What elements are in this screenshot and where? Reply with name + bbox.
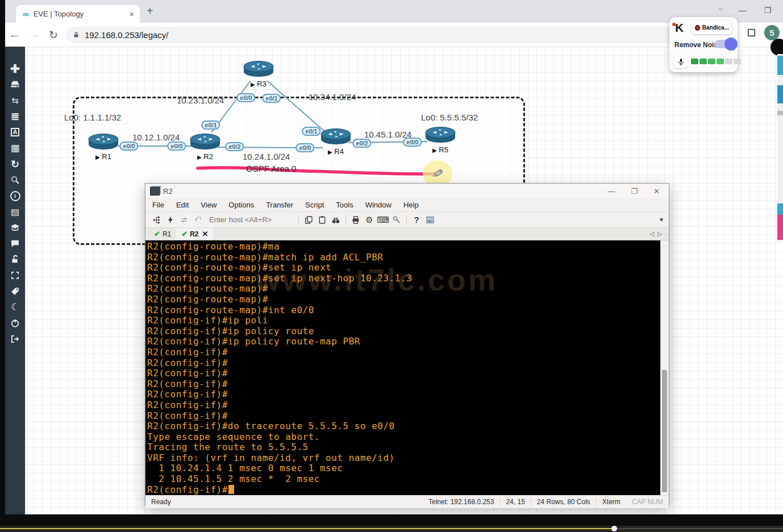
- session-tab-r2[interactable]: ✔R2✕: [176, 228, 213, 240]
- connected-check-icon: ✔: [154, 230, 160, 238]
- menu-options[interactable]: Options: [228, 201, 254, 209]
- reload-icon[interactable]: ↻: [49, 28, 58, 41]
- status-icon[interactable]: i: [9, 190, 22, 202]
- annotation-tool-segment[interactable]: [777, 203, 783, 215]
- interface-badge: e0/0: [119, 142, 138, 151]
- workbooks-icon[interactable]: [9, 222, 22, 234]
- terminal-screen[interactable]: www.it7lc.com R2(config-route-map)#maR2(…: [145, 240, 669, 495]
- url-bar[interactable]: 192.168.0.253/legacy/: [66, 27, 714, 43]
- menu-script[interactable]: Script: [305, 201, 324, 209]
- label-icon[interactable]: [9, 285, 22, 297]
- toolbar-overflow-icon[interactable]: ▼: [659, 217, 664, 223]
- chat-icon[interactable]: [9, 238, 22, 250]
- keymap-icon[interactable]: ⌨: [376, 214, 390, 226]
- forward-icon[interactable]: →: [29, 28, 40, 41]
- menu-help[interactable]: Help: [403, 201, 419, 209]
- refresh-topology-icon[interactable]: ↻: [9, 158, 22, 170]
- router-r2[interactable]: ▶ R2: [189, 132, 221, 161]
- terminal-line: R2(config-if)#: [147, 485, 660, 495]
- menu-window[interactable]: Window: [365, 201, 392, 209]
- extension-square-icon[interactable]: [747, 28, 756, 38]
- menu-file[interactable]: File: [152, 201, 164, 209]
- network-label: 10.34.1.0/24: [309, 92, 356, 102]
- find-icon[interactable]: [329, 214, 343, 226]
- profile-avatar[interactable]: 5: [764, 25, 780, 40]
- shutdown-icon[interactable]: [9, 317, 22, 329]
- terminal-line: R2(config-route-map)#ma: [147, 242, 660, 252]
- router-r4[interactable]: ▶ R4: [320, 127, 352, 156]
- dark-mode-icon[interactable]: ☾: [9, 301, 22, 313]
- window-maximize-button[interactable]: ❐: [764, 6, 772, 15]
- terminal-output[interactable]: www.it7lc.com R2(config-route-map)#maR2(…: [145, 240, 660, 495]
- terminal-line: R2(config-route-map)#int e0/0: [147, 305, 660, 316]
- startup-configs-icon[interactable]: ≣: [9, 110, 22, 122]
- lab-details-icon[interactable]: ▤: [9, 206, 22, 218]
- new-tab-button[interactable]: +: [147, 5, 153, 18]
- print-icon[interactable]: [349, 214, 363, 226]
- nodes-icon[interactable]: [9, 78, 22, 90]
- help-icon[interactable]: ?: [410, 214, 423, 226]
- router-r5[interactable]: ▶ R5: [424, 126, 456, 154]
- annotation-tool-segment[interactable]: [777, 85, 783, 103]
- video-progress-watched: [0, 528, 614, 529]
- annotation-tool-segment[interactable]: [777, 56, 783, 75]
- lock-lab-icon[interactable]: [9, 253, 22, 265]
- network-label: 10.24.1.0/24: [243, 152, 290, 161]
- session-options-icon[interactable]: [423, 214, 437, 226]
- router-label: ▶ R5: [424, 146, 456, 154]
- quick-connect-icon[interactable]: [164, 214, 177, 226]
- tab-close-icon[interactable]: ×: [128, 10, 135, 19]
- network-label: 10.23.1.0/24: [177, 95, 224, 105]
- zoom-icon[interactable]: [9, 174, 22, 186]
- terminal-line: VRF info: (vrf in name/id, vrf out name/…: [147, 453, 660, 464]
- scrollbar-thumb[interactable]: [662, 370, 667, 492]
- bandicam-pill[interactable]: Bandica...: [692, 21, 732, 34]
- menu-transfer[interactable]: Transfer: [266, 201, 293, 209]
- logout-icon[interactable]: [9, 333, 22, 345]
- window-minimize-button[interactable]: —: [739, 6, 747, 15]
- router-r1[interactable]: ▶ R1: [88, 132, 119, 161]
- disconnect-icon[interactable]: [191, 214, 205, 226]
- more-actions-icon[interactable]: ▦: [9, 142, 22, 154]
- tab-scroll-arrows[interactable]: ◁▷: [650, 231, 665, 237]
- krisp-logo: K: [675, 21, 684, 35]
- status-emulation: Xterm: [597, 497, 626, 506]
- session-manager-icon[interactable]: [150, 214, 164, 226]
- browser-tab[interactable]: ∞ EVE | Topology ×: [16, 5, 140, 23]
- back-icon[interactable]: ←: [9, 28, 20, 41]
- status-connection: Telnet: 192.168.0.253: [423, 497, 500, 506]
- video-playhead[interactable]: [611, 526, 617, 531]
- terminal-title-bar[interactable]: R2 — ❐ ✕: [145, 184, 669, 198]
- tab-close-icon[interactable]: ✕: [202, 230, 209, 238]
- terminal-maximize-button[interactable]: ❐: [631, 187, 638, 196]
- add-object-icon[interactable]: ✚: [9, 63, 22, 74]
- text-object-icon[interactable]: A: [9, 126, 22, 138]
- menu-edit[interactable]: Edit: [176, 201, 189, 209]
- menu-tools[interactable]: Tools: [336, 201, 353, 209]
- key-icon[interactable]: [390, 214, 403, 226]
- remove-noise-toggle[interactable]: [715, 40, 735, 48]
- copy-icon[interactable]: [302, 214, 315, 226]
- recorder-overlay-widget[interactable]: K Bandica... Remove Noise: [669, 17, 738, 72]
- annotation-tool-segment[interactable]: [777, 215, 783, 240]
- overlay-collapse-chevron-icon[interactable]: ⌄: [717, 2, 724, 13]
- terminal-minimize-button[interactable]: —: [607, 187, 615, 196]
- securecrt-window[interactable]: R2 — ❐ ✕ FileEditViewOptionsTransferScri…: [145, 183, 669, 506]
- annotation-tool-segment[interactable]: [777, 111, 783, 115]
- terminal-scrollbar[interactable]: [660, 240, 669, 495]
- annotation-tool-strip[interactable]: [777, 54, 783, 242]
- router-r3[interactable]: ▶ R3: [243, 60, 274, 88]
- paste-icon[interactable]: [315, 214, 329, 226]
- fullscreen-icon[interactable]: [9, 269, 22, 281]
- options-gear-icon[interactable]: ⚙: [363, 214, 376, 226]
- video-player-bar: [0, 514, 783, 532]
- microphone-icon[interactable]: [674, 55, 688, 68]
- reconnect-icon[interactable]: [177, 214, 191, 226]
- terminal-line: R2(config-route-map)#set ip next-hop 10.…: [147, 273, 660, 284]
- terminal-close-button[interactable]: ✕: [653, 187, 660, 196]
- session-tab-r1[interactable]: ✔R1: [149, 228, 176, 240]
- menu-view[interactable]: View: [201, 201, 216, 209]
- terminal-app-icon: [150, 187, 160, 196]
- enter-host-input[interactable]: [208, 214, 295, 226]
- networks-icon[interactable]: ⇆: [9, 94, 22, 106]
